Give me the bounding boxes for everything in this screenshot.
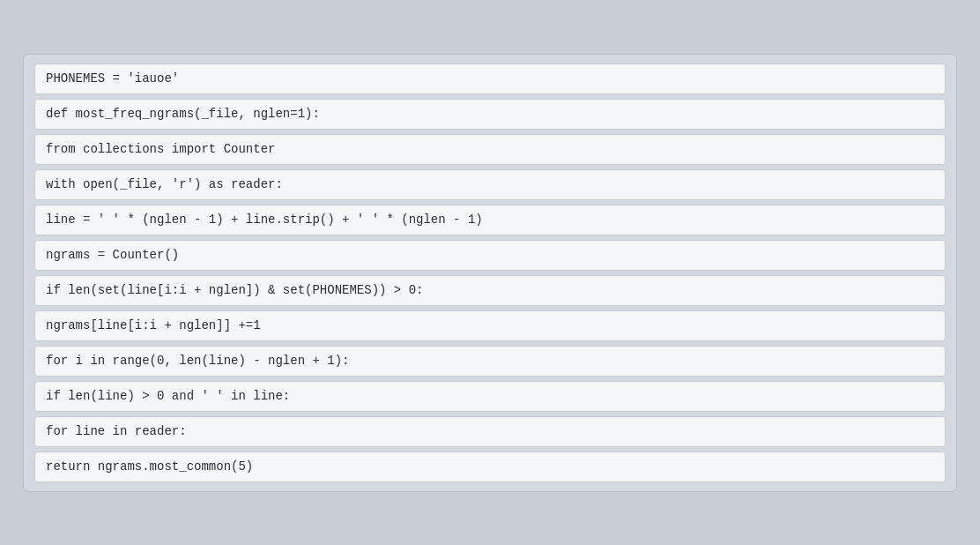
code-line: from collections import Counter <box>34 134 946 165</box>
code-line: ngrams = Counter() <box>34 240 946 271</box>
code-line: def most_freq_ngrams(_file, nglen=1): <box>34 99 946 130</box>
code-line: if len(set(line[i:i + nglen]) & set(PHON… <box>34 275 946 306</box>
code-line: if len(line) > 0 and ' ' in line: <box>34 381 946 412</box>
code-line: ngrams[line[i:i + nglen]] +=1 <box>34 310 946 341</box>
code-line: for i in range(0, len(line) - nglen + 1)… <box>34 346 946 377</box>
code-line: return ngrams.most_common(5) <box>34 452 946 482</box>
code-line: PHONEMES = 'iauoe' <box>34 63 946 94</box>
code-container: PHONEMES = 'iauoe'def most_freq_ngrams(_… <box>23 54 957 492</box>
code-line: for line in reader: <box>34 416 946 447</box>
code-line: with open(_file, 'r') as reader: <box>34 169 946 200</box>
code-line: line = ' ' * (nglen - 1) + line.strip() … <box>34 205 946 235</box>
